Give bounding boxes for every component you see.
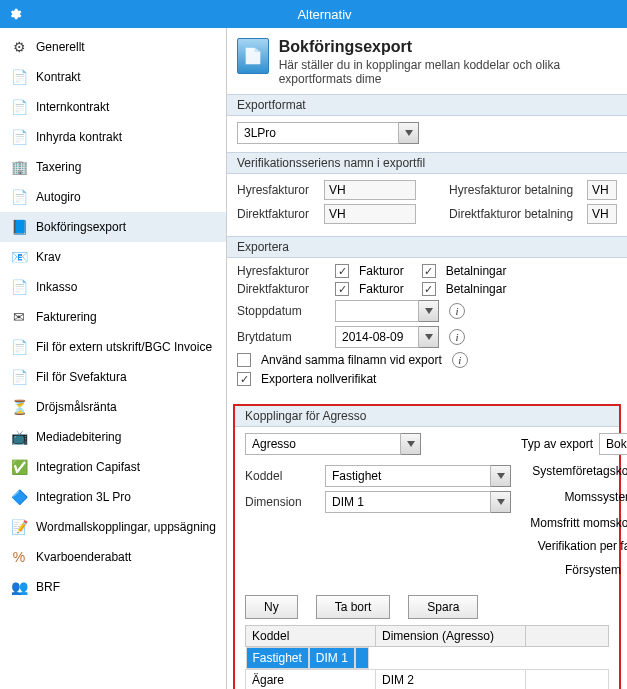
title-bar: Alternativ [0, 0, 627, 28]
koddel-select[interactable]: Fastighet [325, 465, 511, 487]
page-subtitle: Här ställer du in kopplingar mellan kodd… [279, 58, 617, 86]
sidebar-item-label: Inkasso [36, 280, 77, 294]
sidebar-item-kontrakt[interactable]: 📄Kontrakt [0, 62, 226, 92]
cell-koddel: Fastighet [246, 647, 309, 669]
sidebar-item-label: Internkontrakt [36, 100, 109, 114]
sidebar-item-inhyrda-kontrakt[interactable]: 📄Inhyrda kontrakt [0, 122, 226, 152]
sidebar-icon: ⏳ [10, 398, 28, 416]
info-icon[interactable]: i [449, 303, 465, 319]
exp-hyres-betalningar-checkbox[interactable] [422, 264, 436, 278]
sidebar-item-integration-3l-pro[interactable]: 🔷Integration 3L Pro [0, 482, 226, 512]
exp-betalningar-label2: Betalningar [446, 282, 507, 296]
grid-col-koddel[interactable]: Koddel [246, 626, 376, 647]
table-row[interactable]: ÄgareDIM 2 [246, 670, 609, 690]
sidebar-icon: % [10, 548, 28, 566]
sidebar-item-krav[interactable]: 📧Krav [0, 242, 226, 272]
sidebar-item-label: Kontrakt [36, 70, 81, 84]
chevron-down-icon[interactable] [419, 326, 439, 348]
dimension-value: DIM 1 [325, 491, 491, 513]
sidebar-item-brf[interactable]: 👥BRF [0, 572, 226, 602]
sidebar-item-mediadebitering[interactable]: 📺Mediadebitering [0, 422, 226, 452]
gear-icon [8, 7, 22, 21]
sidebar-item-label: Wordmallskopplingar, uppsägning [36, 520, 216, 534]
sidebar-icon: ⚙ [10, 38, 28, 56]
forsystem-label: Försystem [565, 563, 621, 577]
sidebar-item-taxering[interactable]: 🏢Taxering [0, 152, 226, 182]
bookexport-icon [237, 38, 269, 74]
hyresfakturor-label: Hyresfakturor [237, 183, 318, 197]
typ-export-select[interactable]: Bokföring [599, 433, 627, 455]
dimension-label: Dimension [245, 495, 319, 509]
cell-dimension: DIM 1 [309, 647, 355, 669]
sidebar-item-kvarboenderabatt[interactable]: %Kvarboenderabatt [0, 542, 226, 572]
chevron-down-icon[interactable] [399, 122, 419, 144]
ny-button[interactable]: Ny [245, 595, 298, 619]
cell-blank [355, 647, 369, 669]
export-nollverif-checkbox[interactable] [237, 372, 251, 386]
table-row[interactable]: FastighetDIM 1 [246, 647, 376, 669]
sidebar-icon: 📄 [10, 188, 28, 206]
stoppdatum-value [335, 300, 419, 322]
stoppdatum-datepicker[interactable] [335, 300, 439, 322]
section-exportera-title: Exportera [227, 236, 627, 258]
chevron-down-icon[interactable] [401, 433, 421, 455]
sidebar-item-label: Fil för Svefaktura [36, 370, 127, 384]
sidebar-item-label: Fakturering [36, 310, 97, 324]
sidebar-icon: 📄 [10, 338, 28, 356]
dimension-select[interactable]: DIM 1 [325, 491, 511, 513]
hyresfakturor-input[interactable] [324, 180, 416, 200]
sidebar-item-internkontrakt[interactable]: 📄Internkontrakt [0, 92, 226, 122]
sidebar-item-wordmallskopplingar-upps-gning[interactable]: 📝Wordmallskopplingar, uppsägning [0, 512, 226, 542]
exp-fakturor-label1: Fakturor [359, 264, 404, 278]
sidebar-item-fil-f-r-svefaktura[interactable]: 📄Fil för Svefaktura [0, 362, 226, 392]
sidebar-item-generellt[interactable]: ⚙Generellt [0, 32, 226, 62]
sidebar-item-autogiro[interactable]: 📄Autogiro [0, 182, 226, 212]
sidebar-item-label: Autogiro [36, 190, 81, 204]
sidebar-item-fil-f-r-extern-utskrift-bgc-invoice[interactable]: 📄Fil för extern utskrift/BGC Invoice [0, 332, 226, 362]
sidebar-item-integration-capifast[interactable]: ✅Integration Capifast [0, 452, 226, 482]
chevron-down-icon[interactable] [491, 465, 511, 487]
typ-export-value: Bokföring [599, 433, 627, 455]
stoppdatum-label: Stoppdatum [237, 304, 329, 318]
sidebar-item-label: Bokföringsexport [36, 220, 126, 234]
sidebar-icon: 🔷 [10, 488, 28, 506]
exportformat-select[interactable]: 3LPro [237, 122, 419, 144]
momssystem-label: Momssystem [564, 490, 627, 504]
sidebar-icon: 📄 [10, 368, 28, 386]
tabort-button[interactable]: Ta bort [316, 595, 391, 619]
chevron-down-icon[interactable] [491, 491, 511, 513]
content-pane: Bokföringsexport Här ställer du in koppl… [227, 28, 627, 689]
sidebar-item-label: BRF [36, 580, 60, 594]
sidebar-item-inkasso[interactable]: 📄Inkasso [0, 272, 226, 302]
exp-direkt-betalningar-checkbox[interactable] [422, 282, 436, 296]
sidebar-item-bokf-ringsexport[interactable]: 📘Bokföringsexport [0, 212, 226, 242]
exportformat-value: 3LPro [237, 122, 399, 144]
cell-dimension: DIM 2 [376, 670, 526, 690]
direktfakturor-input[interactable] [324, 204, 416, 224]
exp-hyres-fakturor-checkbox[interactable] [335, 264, 349, 278]
sidebar-item-fakturering[interactable]: ✉Fakturering [0, 302, 226, 332]
direktfakturor-betalning-input[interactable] [587, 204, 617, 224]
page-title: Bokföringsexport [279, 38, 617, 56]
section-agresso-title: Kopplingar för Agresso [235, 406, 619, 427]
sidebar-icon: 📝 [10, 518, 28, 536]
export-nollverif-label: Exportera nollverifikat [261, 372, 376, 386]
chevron-down-icon[interactable] [419, 300, 439, 322]
samma-filnamn-label: Använd samma filnamn vid export [261, 353, 442, 367]
brytdatum-datepicker[interactable]: 2014-08-09 [335, 326, 439, 348]
agresso-highlight-box: Kopplingar för Agresso Agresso Koddel Fa… [233, 404, 621, 689]
info-icon[interactable]: i [452, 352, 468, 368]
samma-filnamn-checkbox[interactable] [237, 353, 251, 367]
exp-direkt-fakturor-checkbox[interactable] [335, 282, 349, 296]
agresso-system-select[interactable]: Agresso [245, 433, 421, 455]
exp-betalningar-label1: Betalningar [446, 264, 507, 278]
info-icon[interactable]: i [449, 329, 465, 345]
hyresfakturor-betalning-input[interactable] [587, 180, 617, 200]
spara-button[interactable]: Spara [408, 595, 478, 619]
sidebar-icon: 📘 [10, 218, 28, 236]
grid-col-dimension[interactable]: Dimension (Agresso) [376, 626, 526, 647]
direktfakturor-label: Direktfakturor [237, 207, 318, 221]
sidebar-item-dr-jsm-lsr-nta[interactable]: ⏳Dröjsmålsränta [0, 392, 226, 422]
agresso-grid[interactable]: Koddel Dimension (Agresso) FastighetDIM … [245, 625, 609, 689]
koddel-label: Koddel [245, 469, 319, 483]
